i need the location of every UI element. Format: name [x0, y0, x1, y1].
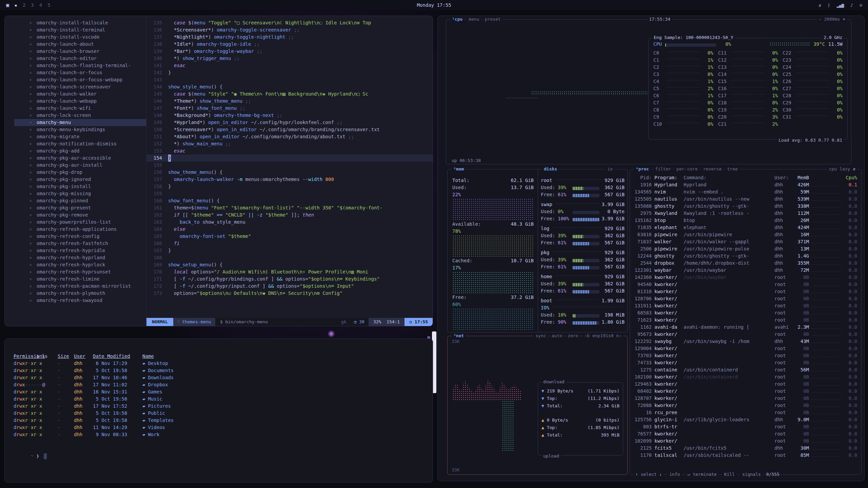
net-auto-button[interactable]: auto [550, 332, 564, 339]
file-item[interactable]: ∗omarchy-launch-about [14, 41, 146, 48]
cpu-meter-icon[interactable]: ▂▄▆ [837, 3, 844, 8]
process-row[interactable]: 134565nvimnvim --embed .dhh59M0.0 [633, 188, 859, 196]
process-row[interactable]: 128707kworker/root0B0.0 [633, 395, 859, 402]
process-row[interactable]: 63816pipewire/usr/bin/pipewiredhh16M0.0 [633, 231, 859, 238]
process-row[interactable]: 129463kworker/root0B0.0 [633, 381, 859, 388]
process-row[interactable]: 68402kworker/root0B0.0 [633, 388, 859, 395]
column-header[interactable]: Program: [654, 174, 684, 181]
process-row[interactable]: 129004kworker/root0B0.0 [633, 345, 859, 352]
file-item[interactable]: ∗omarchy-refresh-swayosd [14, 297, 146, 304]
file-item[interactable]: ∗omarchy-refresh-fastfetch [14, 240, 146, 247]
process-row[interactable]: 135088ghostty/usr/bin/ghostty --gtk-dhh3… [633, 203, 859, 210]
proc-action[interactable]: Kill [722, 471, 737, 478]
process-row[interactable]: 102100kworker//usr/bin/containerdroot0B0… [633, 373, 859, 381]
process-row[interactable]: 102099kworker/root0B0.0 [633, 438, 859, 445]
process-row[interactable]: 135162btopbtopdhh26M0.0 [633, 217, 859, 224]
process-row[interactable]: 1162avahi-daavahi-daemon: running [avahi… [633, 324, 859, 331]
process-row[interactable]: 74733kworker/root0B0.0 [633, 359, 859, 366]
file-item[interactable]: ∗omarchy-launch-floating-terminal- [14, 62, 146, 69]
file-item[interactable]: ∗omarchy-lock-screen [14, 112, 146, 119]
process-row[interactable]: 76577kworker/root0B0.0 [633, 430, 859, 438]
proc-action[interactable]: info [667, 471, 682, 478]
file-item[interactable]: ∗omarchy-menu [14, 119, 146, 126]
file-item[interactable]: ∗omarchy-refresh-config [14, 233, 146, 240]
process-row[interactable]: 71623kworker/root0B0.0 [633, 317, 859, 324]
proc-sort-control[interactable]: cpu lazy ⇵ [827, 166, 857, 172]
process-row[interactable]: 1916HyprlandHyprlanddhh426M0.1 [633, 181, 859, 188]
proc-reverse-button[interactable]: reverse [702, 166, 724, 172]
process-row[interactable]: 2975XwaylandXwayland :1 -rootless -dhh11… [633, 210, 859, 217]
workspace-2[interactable]: 2 [23, 2, 25, 8]
process-row[interactable]: 73703kworker/root0B0.0 [633, 352, 859, 359]
file-item[interactable]: ∗omarchy-pkg-missing [14, 190, 146, 197]
file-item[interactable]: ∗omarchy-launch-browser [14, 48, 146, 55]
file-item[interactable]: ∗omarchy-install-tailscale [14, 19, 146, 26]
file-item[interactable]: ∗omarchy-pkg-add [14, 147, 146, 155]
process-row[interactable]: 125756glycin-i/usr/lib/glycin-loadersdhh… [633, 416, 859, 423]
file-item[interactable]: ∗omarchy-launch-or-focus [14, 69, 146, 76]
file-item[interactable]: ∗omarchy-menu-keybindings [14, 126, 146, 133]
proc-per-core-button[interactable]: per-core [675, 166, 699, 172]
process-row[interactable]: 131911kworker/root0B0.0 [633, 302, 859, 309]
file-item[interactable]: ∗omarchy-pkg-remove [14, 211, 146, 219]
file-item[interactable]: ∗omarchy-pkg-install [14, 183, 146, 190]
power-icon[interactable]: ⊙ [860, 3, 862, 8]
file-item[interactable]: ∗omarchy-install-terminal [14, 26, 146, 34]
column-header[interactable]: Command: [684, 174, 774, 181]
io-mode-button[interactable]: io [606, 166, 614, 172]
process-row[interactable]: 2544dropbox/home/dhh/.dropbox-distdhh355… [633, 260, 859, 267]
prompt-line-idle[interactable]: ~❯ [14, 445, 424, 452]
file-item[interactable]: ∗omarchy-pkg-aur-install [14, 162, 146, 169]
net-sync-button[interactable]: sync [534, 332, 548, 339]
omarchy-menu-icon[interactable]: ▣ [6, 2, 9, 8]
net-interface-switcher[interactable]: ‹b enp191s0 n› [583, 332, 623, 339]
update-interval-control[interactable]: - 2000ms + [817, 16, 847, 23]
process-row[interactable]: 2125fcitx5/usr/bin/fcitx5dhh30M0.0 [633, 445, 859, 452]
file-item[interactable]: ∗omarchy-migrate [14, 133, 146, 140]
file-item[interactable]: ∗omarchy-refresh-hyprsunset [14, 268, 146, 276]
file-item[interactable]: ∗omarchy-launch-walker [14, 90, 146, 98]
proc-tree-button[interactable]: tree [726, 166, 739, 172]
process-row[interactable]: 125505nautilus/usr/bin/nautilus --newdhh… [633, 196, 859, 203]
file-item[interactable]: ∗omarchy-pkg-present [14, 204, 146, 211]
process-row[interactable]: 142360kworker//usr/bin/waybarroot0B0.0 [633, 274, 859, 281]
file-pane[interactable]: ∗omarchy-install-tailscale∗omarchy-insta… [5, 16, 146, 326]
file-item[interactable]: ∗omarchy-launch-screensaver [14, 83, 146, 90]
file-item[interactable]: ∗omarchy-refresh-hyprland [14, 254, 146, 261]
file-item[interactable]: ∗omarchy-pkg-drop [14, 169, 146, 176]
file-item[interactable]: ∗omarchy-refresh-applications [14, 226, 146, 233]
process-row[interactable]: 72088kworker/root0B0.0 [633, 402, 859, 409]
file-item[interactable]: ∗omarchy-refresh-plymouth [14, 290, 146, 297]
column-header[interactable]: User: [774, 174, 793, 181]
file-item[interactable]: ∗omarchy-pkg-ignored [14, 176, 146, 183]
process-row[interactable]: 1275containe/usr/bin/containerdroot56M0.… [633, 366, 859, 373]
terminal-window[interactable]: ~❯ls PermissionsSizeUserDate ModifiedNam… [4, 339, 433, 483]
process-row[interactable]: 12244ghostty/usr/bin/ghostty --gtk-dhh1.… [633, 252, 859, 260]
process-row[interactable]: 122301waybar/usr/bin/waybardhh72M0.0 [633, 267, 859, 274]
workspace-3[interactable]: 3 [31, 2, 34, 8]
proc-action[interactable]: ↑ select ↓ [633, 471, 664, 478]
proc-action[interactable]: signals [740, 471, 763, 478]
process-row[interactable]: 2506pipewire/usr/bin/pipewire-pulsedhh13… [633, 245, 859, 252]
column-header[interactable]: Cpu% [844, 174, 859, 181]
file-item[interactable]: ∗omarchy-launch-or-focus-webapp [14, 76, 146, 83]
file-item[interactable]: ∗omarchy-install-vscode [14, 34, 146, 41]
process-row[interactable]: 68583kworker/root0B0.0 [633, 309, 859, 317]
file-item[interactable]: ∗omarchy-refresh-limine [14, 276, 146, 283]
file-item[interactable]: ∗omarchy-launch-editor [14, 55, 146, 62]
file-item[interactable]: ∗omarchy-launch-webapp [14, 98, 146, 105]
process-row[interactable]: 71837walker/usr/bin/walker --gappldhh371… [633, 238, 859, 245]
process-row[interactable]: 71835elephantelephantdhh424M0.0 [633, 224, 859, 231]
workspace-1-active[interactable]: ▪ [15, 3, 17, 8]
process-row[interactable]: 1170tailscal/usr/sbin/tailscaled --root8… [633, 452, 859, 459]
file-item[interactable]: ∗omarchy-pkg-pinned [14, 197, 146, 204]
volume-icon[interactable]: ♪ [850, 3, 853, 8]
workspace-5[interactable]: 5 [47, 2, 50, 8]
proc-filter-button[interactable]: filter [653, 166, 673, 172]
file-item[interactable]: ∗omarchy-refresh-hypridle [14, 247, 146, 254]
net-zero-button[interactable]: zero [566, 332, 580, 339]
process-row[interactable]: 128706kworker/root0B0.0 [633, 295, 859, 302]
column-header[interactable]: MemB [793, 174, 809, 181]
process-row[interactable]: 81310kworker/root0B0.0 [633, 288, 859, 295]
code-pane[interactable]: 135 case $(menu "Toggle" "▢ Screensaver\… [146, 16, 433, 326]
